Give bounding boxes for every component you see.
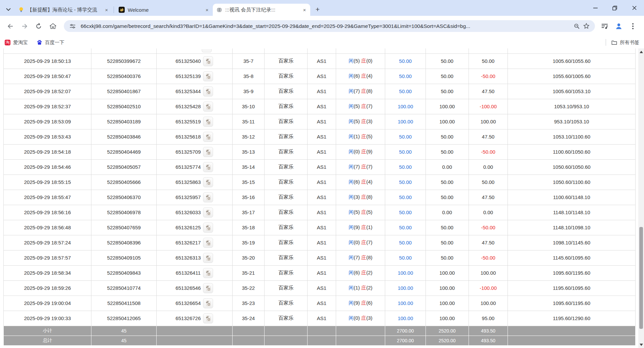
cell-time: 2025-09-29 18:52:07 [4, 84, 91, 99]
video-replay-button[interactable] [203, 192, 213, 202]
video-replay-button[interactable] [203, 223, 213, 233]
video-replay-button[interactable] [203, 86, 213, 96]
close-icon[interactable]: × [204, 7, 210, 13]
bookmark-baidu[interactable]: 百度一下 [37, 39, 65, 46]
subtotal-count: 45 [91, 326, 157, 336]
cell-round: 35-13 [232, 144, 265, 159]
cell-valid-amount: 100.00 [426, 296, 469, 311]
restore-icon [612, 6, 617, 10]
home-button[interactable] [46, 20, 59, 33]
media-controls-icon [601, 23, 608, 30]
bet-amount-link[interactable]: 100.00 [398, 119, 413, 124]
tab-bet-records[interactable]: :::视讯 会员下注纪录::: × [213, 4, 310, 16]
tab-forum[interactable]: 【新提醒】海燕论坛 - 博学交流 × [15, 4, 112, 16]
video-replay-button[interactable] [203, 298, 213, 308]
menu-button[interactable] [627, 20, 639, 33]
bet-amount-link[interactable]: 50.00 [399, 58, 412, 64]
video-replay-button[interactable] [203, 162, 213, 172]
cell-bet-content: 闲(9) 庄(6) [336, 296, 385, 311]
cell-time: 2025-09-29 18:50:13 [4, 53, 91, 69]
forward-button[interactable] [18, 20, 31, 33]
video-replay-button[interactable] [203, 283, 213, 293]
video-replay-button[interactable] [203, 207, 213, 218]
video-replay-button[interactable] [203, 313, 213, 323]
scrollbar-thumb[interactable] [639, 227, 643, 329]
tab-search-button[interactable] [3, 4, 13, 14]
bet-amount-link[interactable]: 50.00 [399, 134, 412, 140]
cell-balance: 1148.10/1098.10 [508, 220, 636, 235]
bet-amount-link[interactable]: 50.00 [399, 88, 412, 94]
bet-amount-link[interactable]: 50.00 [399, 225, 412, 230]
bet-amount-link[interactable]: 50.00 [399, 194, 412, 200]
new-tab-button[interactable]: + [313, 5, 322, 14]
forward-icon [21, 23, 28, 30]
cell-win-loss: 50.00 [469, 175, 508, 190]
video-replay-button[interactable] [203, 268, 213, 278]
cell-balance: 1100.60/1148.10 [508, 190, 636, 205]
video-replay-button[interactable] [203, 71, 213, 81]
video-replay-button[interactable] [202, 49, 212, 52]
subtotal-bet: 2700.00 [385, 326, 426, 336]
cell-time: 2025-09-29 18:57:57 [4, 250, 91, 265]
scroll-up-button[interactable] [638, 49, 644, 54]
bet-amount-link[interactable]: 100.00 [398, 285, 413, 291]
close-window-button[interactable] [625, 0, 644, 16]
cell-bet-number: 522850406978 [91, 205, 157, 220]
video-replay-button[interactable] [203, 177, 213, 187]
scroll-down-button[interactable] [638, 342, 644, 347]
bet-amount-link[interactable]: 50.00 [399, 240, 412, 245]
bookmark-taobao[interactable]: 淘 爱淘宝 [5, 39, 28, 46]
film-icon [205, 164, 211, 170]
table-row: 2025-09-29 18:56:16 522850406978 6513260… [4, 205, 636, 220]
video-replay-button[interactable] [203, 117, 213, 127]
cell-valid-amount: 0.00 [426, 159, 469, 175]
cell-balance: 1098.10/1145.60 [508, 235, 636, 250]
cell-time: 2025-09-29 18:50:47 [4, 69, 91, 84]
site-settings-icon[interactable] [68, 22, 77, 31]
cell-game: 百家乐 [265, 99, 308, 114]
cell-table-code: AS1 [308, 311, 336, 326]
video-replay-button[interactable] [203, 56, 213, 66]
back-button[interactable] [4, 20, 17, 33]
reload-button[interactable] [32, 20, 45, 33]
minimize-button[interactable] [586, 0, 605, 16]
tab-welcome[interactable]: Welcome × [115, 4, 213, 16]
cell-valid-amount: 100.00 [426, 280, 469, 296]
address-bar[interactable]: 66cxkj98.com/game/betrecord_search/kind3… [64, 20, 595, 32]
cell-bet-amount: 50.00 [385, 69, 426, 84]
video-replay-button[interactable] [203, 253, 213, 263]
cell-game: 百家乐 [265, 296, 308, 311]
bet-amount-link[interactable]: 50.00 [399, 209, 412, 215]
subtotal-valid: 2520.00 [426, 326, 469, 336]
bet-amount-link[interactable]: 50.00 [399, 73, 412, 79]
cell-round: 35-16 [232, 190, 265, 205]
bet-amount-link[interactable]: 50.00 [399, 179, 412, 185]
close-icon[interactable]: × [301, 7, 308, 13]
bet-amount-link[interactable]: 50.00 [399, 255, 412, 261]
bet-amount-link[interactable]: 100.00 [398, 270, 413, 276]
restore-button[interactable] [605, 0, 625, 16]
video-replay-button[interactable] [203, 238, 213, 248]
cell-table-code: AS1 [308, 53, 336, 69]
video-replay-button[interactable] [203, 147, 213, 157]
all-bookmarks-button[interactable]: 所有书签 [611, 39, 639, 46]
zoom-icon[interactable] [572, 22, 581, 31]
media-controls-button[interactable] [598, 20, 611, 33]
bet-amount-link[interactable]: 100.00 [398, 104, 413, 109]
close-icon[interactable]: × [104, 7, 110, 13]
video-replay-button[interactable] [203, 102, 213, 112]
profile-avatar[interactable] [612, 20, 625, 33]
vertical-scrollbar[interactable] [638, 48, 644, 348]
bet-amount-link[interactable]: 50.00 [399, 149, 412, 155]
film-icon [205, 224, 211, 231]
cell-bet-number: 522850410774 [91, 280, 157, 296]
url-text[interactable]: 66cxkj98.com/game/betrecord_search/kind3… [81, 23, 572, 29]
person-icon [615, 23, 622, 30]
video-replay-button[interactable] [203, 132, 213, 142]
bet-amount-link[interactable]: 100.00 [398, 315, 413, 321]
bookmark-star-icon[interactable] [581, 22, 591, 31]
bet-amount-link[interactable]: 50.00 [399, 164, 412, 170]
cell-bet-amount: 50.00 [385, 175, 426, 190]
cell-time: 2025-09-29 19:00:33 [4, 311, 91, 326]
bet-amount-link[interactable]: 100.00 [398, 300, 413, 306]
